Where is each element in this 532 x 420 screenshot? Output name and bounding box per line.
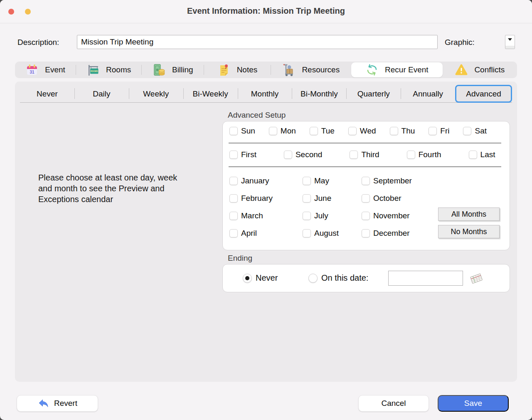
date-picker-icon[interactable] <box>468 270 485 287</box>
tab-monthly[interactable]: Monthly <box>238 85 292 102</box>
tab-bi-weekly[interactable]: Bi-Weekly <box>183 85 238 102</box>
checkbox <box>362 229 370 237</box>
cancel-button[interactable]: Cancel <box>358 395 429 412</box>
undo-arrow-icon <box>37 398 48 409</box>
month-checkbox-may[interactable]: May <box>303 176 362 185</box>
checkbox <box>303 229 311 237</box>
tab-notes[interactable]: Notes <box>204 62 270 78</box>
day-checkbox-wed[interactable]: Wed <box>348 126 376 136</box>
checkbox <box>348 127 357 135</box>
tab-conflicts[interactable]: Conflicts <box>443 62 517 78</box>
checkbox <box>303 212 311 220</box>
recur-arrows-icon <box>365 63 379 77</box>
tab-label: Billing <box>172 65 193 74</box>
checkbox <box>362 177 370 185</box>
checkbox <box>303 177 311 185</box>
window-title: Event Information: Mission Trip Meeting <box>0 6 532 16</box>
tab-label: Resources <box>302 65 340 74</box>
checkbox <box>310 127 318 135</box>
tab-event[interactable]: 31 Event <box>15 62 76 78</box>
month-checkbox-june[interactable]: June <box>303 194 362 203</box>
description-label: Description: <box>17 38 59 47</box>
month-checkbox-september[interactable]: September <box>362 176 445 185</box>
description-input[interactable] <box>77 35 438 49</box>
week-checkbox-fourth[interactable]: Fourth <box>407 150 441 159</box>
month-label: March <box>241 211 263 220</box>
months-grid: January February March April May June Ju… <box>229 172 445 242</box>
day-checkbox-sat[interactable]: Sat <box>463 126 487 136</box>
tab-bi-monthly[interactable]: Bi-Monthly <box>292 85 346 102</box>
checkbox <box>269 127 277 135</box>
ending-on-date-radio[interactable]: On this date: <box>308 273 368 283</box>
checkbox <box>229 194 238 203</box>
week-checkbox-first[interactable]: First <box>229 150 256 159</box>
month-checkbox-november[interactable]: November <box>362 211 445 220</box>
month-checkbox-october[interactable]: October <box>362 194 445 203</box>
checkbox <box>390 127 398 135</box>
tab-daily[interactable]: Daily <box>74 85 129 102</box>
day-label: Mon <box>281 126 296 136</box>
day-checkbox-mon[interactable]: Mon <box>269 126 296 136</box>
month-checkbox-july[interactable]: July <box>303 211 362 220</box>
tab-resources[interactable]: Resources <box>271 62 351 78</box>
ending-never-radio[interactable]: Never <box>243 273 278 283</box>
checkbox <box>429 127 437 135</box>
month-checkbox-december[interactable]: December <box>362 229 445 238</box>
month-label: August <box>314 229 339 238</box>
month-label: September <box>373 176 412 185</box>
week-label: Last <box>480 150 495 159</box>
month-checkbox-january[interactable]: January <box>229 176 303 185</box>
week-label: Second <box>296 150 322 159</box>
svg-text:31: 31 <box>30 70 35 74</box>
tab-annually[interactable]: Annually <box>401 85 455 102</box>
checkbox <box>362 212 370 220</box>
day-label: Fri <box>440 126 449 136</box>
checkbox <box>350 151 358 159</box>
month-checkbox-april[interactable]: April <box>229 229 303 238</box>
day-checkbox-thu[interactable]: Thu <box>390 126 415 136</box>
save-button[interactable]: Save <box>438 395 509 412</box>
tab-quarterly[interactable]: Quarterly <box>346 85 401 102</box>
day-checkbox-tue[interactable]: Tue <box>310 126 335 136</box>
checkbox <box>229 127 238 135</box>
tab-weekly[interactable]: Weekly <box>129 85 183 102</box>
all-months-button[interactable]: All Months <box>438 208 500 221</box>
checkbox <box>362 194 370 203</box>
week-checkbox-last[interactable]: Last <box>469 150 495 159</box>
warning-icon <box>455 63 468 77</box>
tab-recur-event[interactable]: Recur Event <box>351 62 443 77</box>
checkbox <box>303 194 311 203</box>
day-label: Thu <box>401 126 415 136</box>
tab-billing[interactable]: Billing <box>142 62 204 78</box>
no-months-button[interactable]: No Months <box>438 225 500 238</box>
month-checkbox-february[interactable]: February <box>229 194 303 203</box>
graphic-label: Graphic: <box>445 38 475 47</box>
month-checkbox-march[interactable]: March <box>229 211 303 220</box>
day-label: Wed <box>360 126 376 136</box>
tab-label: Conflicts <box>474 65 505 74</box>
month-label: February <box>241 194 273 203</box>
graphic-dropdown-button[interactable] <box>505 35 515 49</box>
checkbox <box>229 177 238 185</box>
tab-advanced[interactable]: Advanced <box>455 85 512 103</box>
day-checkbox-fri[interactable]: Fri <box>429 126 449 136</box>
tab-rooms[interactable]: ROOMS Rooms <box>76 62 141 78</box>
button-label: Save <box>464 399 482 408</box>
month-label: July <box>314 211 328 220</box>
hint-message: Please choose at least one day, week and… <box>38 172 234 205</box>
ending-title: Ending <box>228 254 252 263</box>
advanced-setup-title: Advanced Setup <box>228 111 286 120</box>
day-checkbox-sun[interactable]: Sun <box>229 126 255 136</box>
radio-button <box>243 274 252 283</box>
month-checkbox-august[interactable]: August <box>303 229 362 238</box>
week-checkbox-second[interactable]: Second <box>284 150 322 159</box>
calendar-icon: 31 <box>25 63 39 77</box>
month-label: October <box>373 194 401 203</box>
revert-button[interactable]: Revert <box>17 395 98 412</box>
day-label: Sat <box>475 126 487 136</box>
month-label: June <box>314 194 331 203</box>
ending-date-input[interactable] <box>388 271 463 286</box>
tab-never[interactable]: Never <box>20 85 74 102</box>
week-checkbox-third[interactable]: Third <box>350 150 379 159</box>
tab-label: Notes <box>237 65 258 74</box>
